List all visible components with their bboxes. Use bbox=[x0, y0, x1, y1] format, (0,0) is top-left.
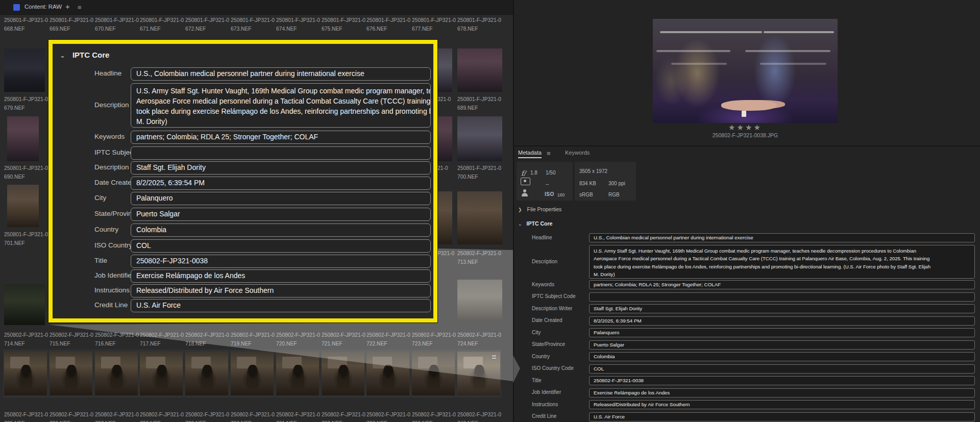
file-label[interactable]: 250801-F-JP321-0671.NEF bbox=[140, 16, 184, 33]
file-label[interactable]: 250802-F-JP321-0726.NEF bbox=[50, 410, 93, 422]
thumbnail-image[interactable] bbox=[437, 191, 452, 244]
file-label-line2: 673.NEF bbox=[231, 24, 275, 33]
file-label[interactable]: 250801-F-JP321-0701.NEF bbox=[4, 230, 48, 247]
field-input-title[interactable]: 250802-F-JP321-0038 bbox=[589, 376, 975, 385]
field-value: 250802-F-JP321-0038 bbox=[131, 255, 430, 267]
file-label[interactable]: 250801-F-JP321-0674.NEF bbox=[276, 16, 320, 33]
field-input-iso-country-code[interactable]: COL bbox=[589, 364, 975, 374]
file-label[interactable]: 250801-F-JP321-0669.NEF bbox=[50, 16, 93, 33]
tab-metadata[interactable]: Metadata bbox=[518, 150, 542, 156]
file-label[interactable]: 250802-F-JP321-0727.NEF bbox=[95, 410, 139, 422]
content-tab-menu-icon[interactable]: ≡ bbox=[78, 4, 82, 11]
thumbnail-image[interactable] bbox=[140, 352, 183, 395]
thumbnail-image[interactable] bbox=[7, 185, 39, 227]
metadata-menu-icon[interactable]: ≡ bbox=[547, 150, 551, 157]
thumbnail-image[interactable] bbox=[185, 352, 228, 395]
thumbnail-image[interactable] bbox=[276, 352, 319, 395]
field-input-keywords[interactable]: partners; Colombia; RDLA 25; Stronger To… bbox=[131, 131, 431, 144]
iptc-magnified-panel: ⌄IPTC Core HeadlineU.S., Colombian medic… bbox=[48, 40, 437, 322]
file-label[interactable]: 250801-F-JP321-0679.NEF bbox=[4, 95, 48, 112]
field-input-date-created[interactable]: 8/2/2025, 6:39:54 PM bbox=[131, 177, 431, 190]
file-label[interactable]: 250801-F-JP321-0690.NEF bbox=[4, 164, 48, 181]
thumbnail-image[interactable] bbox=[4, 48, 45, 92]
file-label[interactable]: 250802-F-JP321-0740.NEF bbox=[457, 410, 501, 422]
field-input-city[interactable]: Palanquero bbox=[131, 192, 431, 205]
thumbnail-image[interactable] bbox=[95, 352, 138, 395]
ceiling-light bbox=[760, 63, 826, 65]
preview-image[interactable] bbox=[653, 19, 838, 123]
field-input-keywords[interactable]: partners; Colombia; RDLA 25; Stronger To… bbox=[589, 280, 975, 289]
field-input-state-province[interactable]: Puerto Salgar bbox=[589, 340, 975, 350]
tab-keywords[interactable]: Keywords bbox=[565, 150, 590, 156]
file-label[interactable]: 250802-F-JP321-0728.NEF bbox=[140, 410, 184, 422]
file-label-line1: 250801-F-JP321-0 bbox=[457, 95, 501, 104]
field-input-date-created[interactable]: 8/2/2025, 6:39:54 PM bbox=[589, 316, 975, 326]
rating-stars[interactable]: ★★★★ bbox=[704, 123, 786, 132]
content-tab[interactable]: Content: RAW bbox=[24, 4, 62, 10]
thumbnail-image[interactable] bbox=[437, 116, 452, 161]
file-label[interactable]: 250801-F-JP321-0670.NEF bbox=[95, 16, 139, 33]
file-label[interactable]: 250802-F-JP321-0715.NEF bbox=[50, 331, 93, 348]
thumbnail-image[interactable] bbox=[4, 352, 47, 395]
field-input-state-province[interactable]: Puerto Salgar bbox=[131, 208, 431, 221]
thumbnail-image[interactable] bbox=[457, 191, 502, 244]
file-label[interactable]: 250802-F-JP321-0730.NEF bbox=[231, 410, 275, 422]
thumbnail-image[interactable] bbox=[457, 48, 502, 92]
thumbnail-image[interactable] bbox=[50, 352, 92, 395]
add-tab-icon[interactable]: + bbox=[65, 2, 70, 11]
field-input-iso-country-code[interactable]: COL bbox=[131, 239, 431, 253]
file-label-line1: 250801-F-JP321-0 bbox=[4, 95, 48, 104]
content-panel: Content: RAW + ≡ 250801-F-JP321-0668.NEF… bbox=[0, 0, 513, 422]
ceiling-light bbox=[745, 50, 830, 52]
file-label[interactable]: 250802-F-JP321-0732.NEF bbox=[322, 410, 365, 422]
field-input-iptc-subject-code[interactable] bbox=[589, 292, 975, 302]
file-label[interactable]: 250802-F-JP321-0739.NEF bbox=[412, 410, 456, 422]
file-label-line2: 738.NEF bbox=[366, 419, 410, 422]
field-input-headline[interactable]: U.S., Colombian medical personnel partne… bbox=[589, 233, 975, 242]
field-input-description[interactable]: U.S. Army Staff Sgt. Hunter Vaught, 169t… bbox=[131, 83, 431, 128]
file-label[interactable]: 250802-F-JP321-0729.NEF bbox=[185, 410, 229, 422]
file-label[interactable]: 250801-F-JP321-0673.NEF bbox=[231, 16, 275, 33]
file-label[interactable]: 250801-F-JP321-0668.NEF bbox=[4, 16, 48, 33]
file-label[interactable]: 250801-F-JP321-0675.NEF bbox=[322, 16, 365, 33]
file-label[interactable]: 250802-F-JP321-0731.NEF bbox=[276, 410, 320, 422]
file-label[interactable]: 250801-F-JP321-0689.NEF bbox=[457, 95, 501, 112]
thumbnail-image[interactable] bbox=[7, 116, 39, 161]
file-label[interactable]: 250801-F-JP321-0700.NEF bbox=[457, 164, 501, 181]
file-label-line1: 250801-F-JP321-0 bbox=[95, 16, 139, 24]
field-input-job-identifier[interactable]: Exercise Relámpago de los Andes bbox=[589, 388, 975, 398]
field-input-job-identifier[interactable]: Exercise Relámpago de los Andes bbox=[131, 269, 431, 283]
iptc-core-section-header[interactable]: ⌄IPTC Core bbox=[518, 220, 552, 227]
field-input-headline[interactable]: U.S., Colombian medical personnel partne… bbox=[131, 67, 431, 81]
field-input-credit-line[interactable]: U.S. Air Force bbox=[131, 299, 431, 312]
file-label[interactable]: 250801-F-JP321-0678.NEF bbox=[457, 16, 501, 33]
thumbnail-image[interactable] bbox=[4, 284, 45, 325]
field-input-description[interactable]: U.S. Army Staff Sgt. Hunter Vaught, 169t… bbox=[589, 245, 975, 279]
field-input-description-writer[interactable]: Staff Sgt. Elijah Dority bbox=[131, 161, 431, 175]
field-input-iptc-subject-code[interactable] bbox=[131, 146, 431, 160]
field-input-title[interactable]: 250802-F-JP321-0038 bbox=[131, 255, 431, 268]
field-label-iso-country-code: ISO Country Code bbox=[532, 365, 574, 371]
file-label[interactable]: 250801-F-JP321-0672.NEF bbox=[185, 16, 229, 33]
thumbnail-image[interactable] bbox=[231, 352, 274, 395]
file-label[interactable]: 250801-F-JP321-0677.NEF bbox=[412, 16, 456, 33]
field-text-line: M. Dority) bbox=[590, 270, 974, 278]
field-input-country[interactable]: Colombia bbox=[131, 224, 431, 237]
chevron-down-icon: ⌄ bbox=[518, 221, 522, 227]
file-label[interactable]: 250802-F-JP321-0738.NEF bbox=[366, 410, 410, 422]
file-label[interactable]: 250801-F-JP321-0676.NEF bbox=[366, 16, 410, 33]
field-input-instructions[interactable]: Released/Distributed by Air Force Southe… bbox=[131, 284, 431, 297]
file-label-line1: 250801-F-JP321-0 bbox=[412, 16, 456, 24]
field-input-credit-line[interactable]: U.S. Air Force bbox=[589, 412, 975, 421]
file-label[interactable]: 250802-F-JP321-0725.NEF bbox=[4, 410, 48, 422]
field-input-description-writer[interactable]: Staff Sgt. Elijah Dority bbox=[589, 304, 975, 313]
file-properties-section-header[interactable]: ❯File Properties bbox=[518, 206, 561, 212]
file-label[interactable]: 250802-F-JP321-0714.NEF bbox=[4, 331, 48, 348]
field-input-country[interactable]: Colombia bbox=[589, 352, 975, 361]
field-input-city[interactable]: Palanquero bbox=[589, 328, 975, 337]
file-label-line1: 250802-F-JP321-0 bbox=[412, 410, 456, 419]
field-input-instructions[interactable]: Released/Distributed by Air Force Southe… bbox=[589, 400, 975, 409]
thumbnail-image[interactable] bbox=[437, 48, 452, 92]
thumbnail-image[interactable] bbox=[457, 116, 502, 161]
iptc-core-section-header[interactable]: ⌄IPTC Core bbox=[60, 51, 109, 59]
